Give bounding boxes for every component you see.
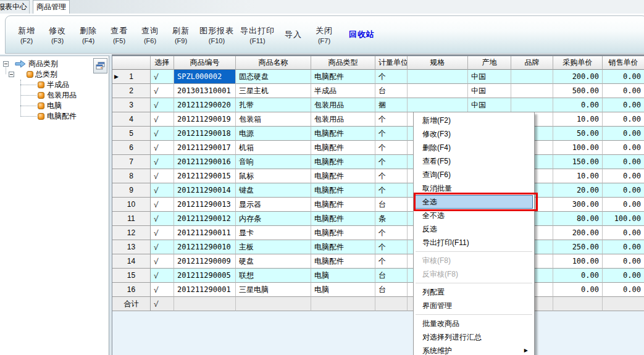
tree-item-root[interactable]: 商品类别: [0, 59, 109, 69]
row-number[interactable]: 5: [112, 127, 151, 141]
cell-unit[interactable]: 个: [375, 127, 408, 141]
cell-purchase-price[interactable]: 20.00: [553, 183, 603, 198]
cell-code[interactable]: 201211290005: [174, 269, 236, 283]
cell-sale-price[interactable]: 0.00: [603, 127, 644, 141]
cell-brand[interactable]: [511, 84, 553, 98]
row-number[interactable]: 12: [112, 226, 151, 240]
cell-name[interactable]: 联想: [236, 269, 311, 283]
cell-purchase-price[interactable]: 10.00: [553, 112, 603, 127]
cell-sale-price[interactable]: 0.00: [603, 269, 644, 283]
cell-select[interactable]: √: [151, 169, 174, 183]
cell-name[interactable]: 硬盘: [236, 254, 311, 269]
context-menu-item-batch-edit-product[interactable]: 批量改商品: [415, 317, 533, 330]
cell-code[interactable]: 201211290012: [174, 212, 236, 226]
cell-code[interactable]: SPZL000002: [174, 70, 236, 84]
tab-product-management[interactable]: 商品管理: [33, 0, 70, 14]
context-menu-item-ui-manage[interactable]: 界面管理: [415, 299, 533, 312]
cell-name[interactable]: 机箱: [236, 141, 311, 155]
cell-type[interactable]: 电脑配件: [311, 155, 375, 169]
cell-name[interactable]: 显示器: [236, 198, 311, 212]
cell-code[interactable]: 201211290010: [174, 240, 236, 254]
cell-unit[interactable]: 条: [375, 212, 408, 226]
cell-type[interactable]: 电脑配件: [311, 240, 375, 254]
column-header-purchase-price[interactable]: 采购单价: [553, 56, 603, 70]
cell-sale-price[interactable]: 0.00: [603, 155, 644, 169]
cell-select[interactable]: √: [151, 283, 174, 297]
tree-item-packaging[interactable]: 包装用品: [0, 90, 109, 101]
cell-type[interactable]: 包装用品: [311, 112, 375, 127]
cell-name[interactable]: 鼠标: [236, 169, 311, 183]
toolbar-button-new[interactable]: 新增(F2): [13, 16, 40, 53]
cell-unit[interactable]: 个: [375, 254, 408, 269]
cell-name[interactable]: 键盘: [236, 183, 311, 198]
cell-unit[interactable]: 台: [375, 283, 408, 297]
column-header-code[interactable]: 商品编号: [174, 56, 236, 70]
cell-sale-price[interactable]: 0.00: [603, 141, 644, 155]
row-number[interactable]: 2: [112, 84, 151, 98]
cell-name[interactable]: 音响: [236, 155, 311, 169]
cell-unit[interactable]: 台: [375, 84, 408, 98]
cell-code[interactable]: 201211290017: [174, 141, 236, 155]
cell-name[interactable]: 扎带: [236, 98, 311, 112]
cell-origin[interactable]: 中国: [468, 84, 511, 98]
cell-type[interactable]: 半成品: [311, 84, 375, 98]
cell-type[interactable]: 电脑配件: [311, 141, 375, 155]
cell-unit[interactable]: 个: [375, 183, 408, 198]
cell-purchase-price[interactable]: 10.00: [553, 169, 603, 183]
cell-select[interactable]: √: [151, 212, 174, 226]
cell-name[interactable]: 固态硬盘: [236, 70, 311, 84]
cell-select[interactable]: √: [151, 269, 174, 283]
column-header-type[interactable]: 商品类型: [311, 56, 375, 70]
context-menu-item-view[interactable]: 查看(F5): [415, 154, 533, 168]
cell-origin[interactable]: 中国: [468, 98, 511, 112]
column-header-unit[interactable]: 计量单位: [375, 56, 408, 70]
collapse-expander-icon[interactable]: [3, 61, 9, 67]
row-number[interactable]: 1▶: [112, 70, 151, 84]
cell-code[interactable]: 201211290011: [174, 226, 236, 240]
cell-purchase-price[interactable]: 0.00: [553, 269, 603, 283]
cell-code[interactable]: 201211290009: [174, 254, 236, 269]
toolbar-button-view[interactable]: 查看(F5): [106, 16, 133, 53]
cell-type[interactable]: 包装用品: [311, 98, 375, 112]
cell-purchase-price[interactable]: 0.00: [553, 283, 603, 297]
cell-code[interactable]: 201211290016: [174, 155, 236, 169]
context-menu-item-system-maintenance[interactable]: 系统维护▶: [415, 344, 533, 355]
row-number[interactable]: 3: [112, 98, 151, 112]
context-menu-item-cancel-batch[interactable]: 取消批量: [415, 182, 533, 195]
cell-type[interactable]: 电脑配件: [311, 70, 375, 84]
tree-item-label[interactable]: 电脑配件: [47, 112, 77, 120]
cell-select[interactable]: √: [151, 183, 174, 198]
tree-item-label[interactable]: 总类别: [35, 70, 57, 78]
column-header-spec[interactable]: 规格: [408, 56, 468, 70]
cell-select[interactable]: √: [151, 226, 174, 240]
row-number[interactable]: 9: [112, 183, 151, 198]
row-number[interactable]: 16: [112, 283, 151, 297]
cell-select[interactable]: √: [151, 98, 174, 112]
cell-select[interactable]: √: [151, 127, 174, 141]
column-header-origin[interactable]: 产地: [468, 56, 511, 70]
column-header-select[interactable]: 选择: [151, 56, 174, 70]
row-number[interactable]: 11: [112, 212, 151, 226]
cell-type[interactable]: 电脑配件: [311, 212, 375, 226]
row-number[interactable]: 13: [112, 240, 151, 254]
cell-sale-price[interactable]: 0.00: [603, 283, 644, 297]
cell-type[interactable]: 电脑配件: [311, 254, 375, 269]
cell-select[interactable]: √: [151, 84, 174, 98]
column-header-sale-price[interactable]: 销售单价: [603, 56, 644, 70]
cell-sale-price[interactable]: 0.00: [603, 169, 644, 183]
cell-select[interactable]: √: [151, 198, 174, 212]
cell-sale-price[interactable]: 0.00: [603, 112, 644, 127]
cell-purchase-price[interactable]: 50.00: [553, 127, 603, 141]
cell-brand[interactable]: [511, 70, 553, 84]
column-header-name[interactable]: 商品名称: [236, 56, 311, 70]
cell-code[interactable]: 201211290015: [174, 169, 236, 183]
cell-spec[interactable]: [408, 98, 468, 112]
cell-type[interactable]: 电脑: [311, 283, 375, 297]
cell-spec[interactable]: [408, 70, 468, 84]
tab-report-center[interactable]: 报表中心: [0, 0, 30, 14]
cell-unit[interactable]: 个: [375, 240, 408, 254]
cell-select[interactable]: √: [151, 155, 174, 169]
cell-unit[interactable]: 个: [375, 155, 408, 169]
cell-select[interactable]: √: [151, 297, 174, 311]
cell-type[interactable]: 电脑配件: [311, 198, 375, 212]
